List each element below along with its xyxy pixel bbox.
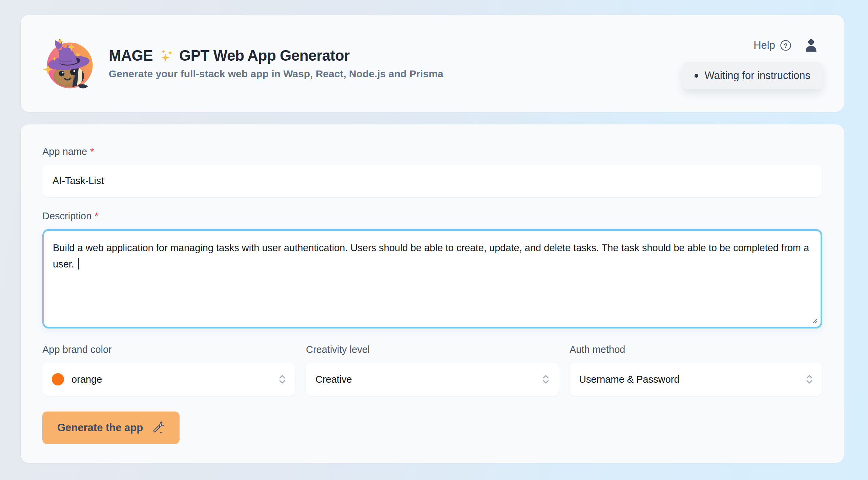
brand-color-select[interactable]: orange: [42, 363, 295, 396]
app-name-label: App name *: [42, 146, 822, 157]
auth-method-select[interactable]: Username & Password: [570, 363, 822, 396]
description-text: Build a web application for managing tas…: [53, 242, 809, 269]
title-block: MAGE GPT Web App Generator Generate your…: [109, 47, 443, 80]
required-asterisk: *: [95, 211, 98, 222]
page: MAGE GPT Web App Generator Generate your…: [0, 0, 868, 480]
text-cursor: [78, 258, 79, 269]
orange-color-swatch-icon: [52, 373, 64, 385]
creativity-level-select[interactable]: Creative: [306, 363, 559, 396]
help-row: Help ?: [753, 38, 819, 53]
mage-wizard-bee-logo-icon: [42, 35, 95, 92]
status-text: Waiting for instructions: [705, 69, 810, 82]
svg-text:?: ?: [784, 42, 788, 49]
required-asterisk: *: [90, 146, 94, 157]
user-profile-icon[interactable]: [803, 38, 819, 53]
auth-method-field: Auth method Username & Password: [570, 344, 822, 396]
chevron-up-down-icon: [542, 374, 550, 385]
auth-method-label: Auth method: [570, 344, 822, 355]
header-right: Help ? Waiting for instructions: [683, 38, 822, 89]
description-label: Description *: [42, 211, 822, 222]
brand-color-label: App brand color: [42, 344, 295, 355]
generate-app-button[interactable]: Generate the app: [42, 412, 180, 444]
page-title: MAGE GPT Web App Generator: [109, 47, 443, 64]
app-name-input[interactable]: [42, 165, 822, 197]
chevron-up-down-icon: [805, 374, 813, 385]
sparkles-icon: [158, 48, 174, 63]
status-badge: Waiting for instructions: [683, 62, 822, 89]
auth-method-value: Username & Password: [579, 374, 680, 385]
creativity-level-label: Creativity level: [306, 344, 559, 355]
title-rest: GPT Web App Generator: [179, 47, 350, 64]
magic-wand-sparkles-icon: [151, 421, 165, 435]
app-form-card: App name * Description * Build a web app…: [21, 124, 844, 463]
header-card: MAGE GPT Web App Generator Generate your…: [21, 15, 844, 112]
creativity-level-field: Creativity level Creative: [306, 344, 559, 396]
title-word-mage: MAGE: [109, 47, 153, 64]
help-link[interactable]: Help: [753, 39, 775, 52]
brand-color-value: orange: [71, 374, 102, 385]
chevron-up-down-icon: [278, 374, 286, 385]
page-subtitle: Generate your full-stack web app in Wasp…: [109, 68, 443, 80]
description-textarea[interactable]: Build a web application for managing tas…: [42, 229, 822, 328]
options-row: App brand color orange Creativity level: [42, 344, 822, 396]
generate-app-button-label: Generate the app: [57, 422, 143, 434]
question-circle-icon[interactable]: ?: [780, 39, 792, 52]
brand-color-field: App brand color orange: [42, 344, 295, 396]
status-dot-icon: [695, 74, 698, 78]
creativity-level-value: Creative: [315, 374, 352, 385]
resize-grip-icon[interactable]: [811, 318, 818, 324]
